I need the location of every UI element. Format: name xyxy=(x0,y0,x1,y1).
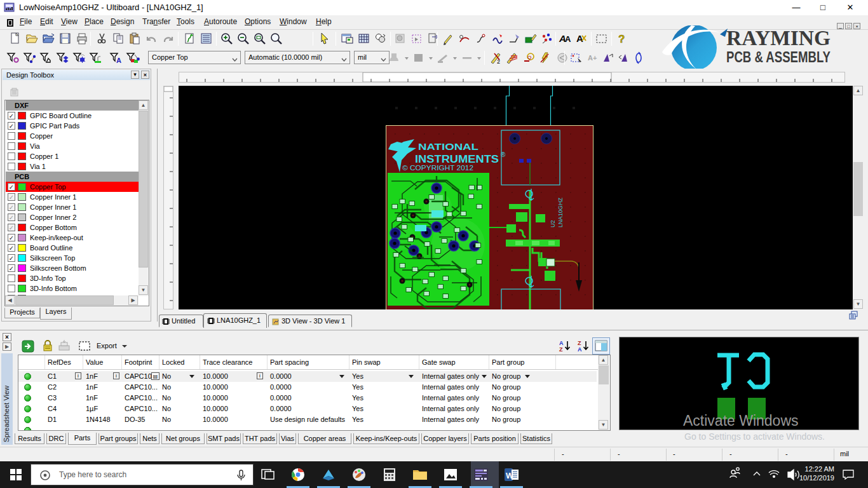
svg-text:RAYMING: RAYMING xyxy=(726,27,831,50)
svg-text:Q: Q xyxy=(527,55,531,60)
svg-text:Z: Z xyxy=(559,346,563,353)
svg-text:INSTRUMENTS: INSTRUMENTS xyxy=(415,154,499,165)
svg-text:A: A xyxy=(565,34,571,44)
svg-text:2: 2 xyxy=(497,58,500,65)
svg-text:© COPYRIGHT 2012: © COPYRIGHT 2012 xyxy=(402,164,473,172)
svg-text:A: A xyxy=(578,346,582,353)
svg-text:A: A xyxy=(576,33,583,44)
svg-text:Z: Z xyxy=(578,340,581,346)
svg-text:PCB & ASSEMBLY: PCB & ASSEMBLY xyxy=(726,48,831,65)
svg-text:NATIONAL: NATIONAL xyxy=(418,141,478,152)
svg-text:U2: U2 xyxy=(550,220,556,227)
svg-text:LNA10GHZ: LNA10GHZ xyxy=(557,198,564,228)
svg-text:Activate Windows: Activate Windows xyxy=(683,412,799,429)
svg-text:?: ? xyxy=(618,33,625,45)
svg-text:A: A xyxy=(116,57,121,64)
svg-text:A: A xyxy=(559,340,564,346)
svg-text:A+: A+ xyxy=(588,54,597,62)
